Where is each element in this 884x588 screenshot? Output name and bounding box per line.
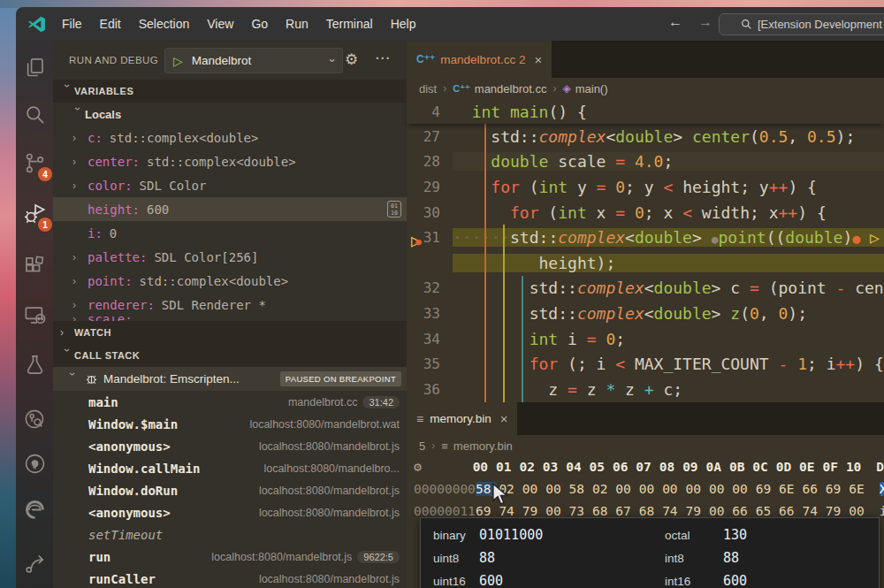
hex-byte[interactable]: 65 xyxy=(756,504,779,518)
tab-mandelbrot-cc[interactable]: C⁺⁺ mandelbrot.cc 2 × xyxy=(407,41,552,78)
line-gutter[interactable]: 29 xyxy=(407,179,453,195)
code-line[interactable]: ▷●31······std::complex<double> ●point((d… xyxy=(407,225,884,250)
menu-file[interactable]: File xyxy=(53,12,91,35)
variable-row[interactable]: ›palette:SDL_Color[256] xyxy=(53,245,407,269)
breadcrumb-file[interactable]: mandelbrot.cc xyxy=(475,82,547,95)
code-line[interactable]: 27std::complex<double> center(0.5, 0.5); xyxy=(407,124,884,149)
hex-byte[interactable]: 00 xyxy=(639,482,662,496)
hex-byte[interactable]: 68 xyxy=(639,504,662,518)
tab-memory-bin[interactable]: ≡ memory.bin × xyxy=(407,402,517,435)
view-binary-icon[interactable]: 0110 xyxy=(387,201,401,218)
variables-section-header[interactable]: › VARIABLES xyxy=(53,80,407,103)
variable-row[interactable]: ›center:std::complex<double> xyxy=(53,149,407,173)
hex-settings-gear-icon[interactable]: ⚙ xyxy=(414,459,473,475)
stack-frame-row[interactable]: <anonymous>localhost:8080/mandelbrot.js xyxy=(53,501,407,523)
close-icon[interactable]: × xyxy=(534,52,542,67)
hex-byte[interactable]: 00 xyxy=(545,504,568,518)
hex-byte[interactable]: 00 xyxy=(732,482,755,496)
line-gutter[interactable]: 35 xyxy=(407,355,453,372)
code-line[interactable]: 34int i = 0; xyxy=(407,326,884,352)
menu-edit[interactable]: Edit xyxy=(91,12,130,35)
hex-byte[interactable]: 00 xyxy=(522,482,545,496)
code-editor[interactable]: 27std::complex<double> center(0.5, 0.5);… xyxy=(407,124,884,402)
hex-byte[interactable]: 74 xyxy=(662,504,685,518)
line-gutter[interactable]: ▷●31 xyxy=(407,229,453,246)
menu-selection[interactable]: Selection xyxy=(130,12,199,35)
hex-byte[interactable]: 6E xyxy=(779,482,802,496)
hex-byte[interactable]: 58 xyxy=(569,482,592,496)
hex-byte[interactable]: 00 xyxy=(662,482,685,496)
variable-row[interactable]: height:6000110 xyxy=(53,197,407,221)
line-gutter[interactable]: 34 xyxy=(407,331,453,347)
stack-frame-row[interactable]: <anonymous>localhost:8080/mandelbrot.js xyxy=(53,435,407,457)
menu-terminal[interactable]: Terminal xyxy=(317,12,382,35)
hex-breadcrumb[interactable]: 5 › ≡ memory.bin xyxy=(407,435,884,456)
hex-byte[interactable]: 79 xyxy=(826,504,849,518)
breadcrumb-folder[interactable]: 5 xyxy=(419,439,425,453)
git-graph-search-icon[interactable] xyxy=(20,406,49,434)
menu-view[interactable]: View xyxy=(198,12,242,35)
stack-frame-row[interactable]: mainmandelbrot.cc31:42 xyxy=(53,391,407,413)
share-icon[interactable] xyxy=(20,549,49,577)
menu-run[interactable]: Run xyxy=(277,12,317,35)
code-line[interactable]: 30for (int x = 0; x < width; x++) { xyxy=(407,200,884,225)
edge-browser-icon[interactable] xyxy=(20,496,49,524)
variable-row[interactable]: ›color:SDL_Color xyxy=(53,173,407,197)
hex-byte[interactable]: 00 xyxy=(849,504,872,518)
variable-row[interactable]: ›point:std::complex<double> xyxy=(53,269,407,293)
variable-row[interactable]: i:0 xyxy=(53,221,407,245)
start-debug-icon[interactable]: ▷ xyxy=(173,54,183,68)
search-sidebar-icon[interactable] xyxy=(20,101,49,129)
hex-byte[interactable]: 00 xyxy=(709,482,732,496)
line-gutter[interactable]: 32 xyxy=(407,279,453,296)
stack-frame-row[interactable]: setTimeout xyxy=(53,523,407,546)
code-line[interactable]: 28double scale = 4.0; xyxy=(407,149,884,175)
stack-frame-row[interactable]: runlocalhost:8080/mandelbrot.js9622:5 xyxy=(53,546,407,568)
stack-frame-row[interactable]: runCallerlocalhost:8080/mandelbrot.js xyxy=(53,568,407,588)
close-icon[interactable]: × xyxy=(500,411,508,426)
hex-decoded-char[interactable]: X xyxy=(880,482,884,496)
breadcrumb-folder[interactable]: dist xyxy=(419,82,437,95)
hex-decoded-char[interactable]: i xyxy=(880,504,884,518)
variable-row[interactable]: ›renderer:SDL_Renderer * xyxy=(53,293,407,317)
hex-byte[interactable]: 66 xyxy=(802,482,825,496)
stack-frame-row[interactable]: Window.doRunlocalhost:8080/mandelbrot.js xyxy=(53,479,407,501)
gear-icon[interactable]: ⚙ xyxy=(345,50,358,69)
hex-byte[interactable]: 79 xyxy=(686,504,709,518)
extensions-icon[interactable] xyxy=(20,253,49,281)
watch-section-header[interactable]: › WATCH xyxy=(53,321,407,344)
hex-byte[interactable]: 66 xyxy=(779,504,802,518)
line-gutter[interactable]: 36 xyxy=(407,381,453,398)
source-control-icon[interactable]: 4 xyxy=(20,149,49,178)
hex-byte[interactable]: 69 xyxy=(756,482,779,496)
github-icon[interactable] xyxy=(20,450,49,478)
stack-frame-row[interactable]: Window.$mainlocalhost:8080/mandelbrot.wa… xyxy=(53,413,407,435)
debug-session-row[interactable]: › Mandelbrot: Emscripten... PAUSED ON BR… xyxy=(53,367,407,391)
code-line[interactable]: 36z = z * z + c; xyxy=(407,377,884,402)
code-line[interactable]: 35for (; i < MAX_ITER_COUNT - 1; i++) { xyxy=(407,351,884,377)
run-debug-icon[interactable]: 1 xyxy=(20,200,49,228)
breadcrumb[interactable]: dist › C⁺⁺ mandelbrot.cc › ◈ main() xyxy=(407,78,884,99)
testing-icon[interactable] xyxy=(20,351,49,379)
menu-help[interactable]: Help xyxy=(382,12,425,35)
call-stack-section-header[interactable]: › CALL STACK xyxy=(53,344,407,367)
hex-byte[interactable]: 68 xyxy=(592,504,615,518)
line-gutter[interactable]: 30 xyxy=(407,204,453,221)
hex-byte[interactable]: 00 xyxy=(686,482,709,496)
breadcrumb-file[interactable]: memory.bin xyxy=(453,439,513,453)
hex-byte[interactable]: 02 xyxy=(592,482,615,496)
code-line[interactable]: 29for (int y = 0; y < height; y++) { xyxy=(407,174,884,200)
sticky-scroll-line[interactable]: 4 int main() { xyxy=(407,99,884,124)
code-line[interactable]: height); xyxy=(407,250,884,276)
locals-scope-row[interactable]: › Locals xyxy=(53,103,407,126)
hex-byte[interactable]: 73 xyxy=(569,504,592,518)
line-gutter[interactable]: 27 xyxy=(407,128,453,145)
variable-row[interactable]: ›c:std::complex<double> xyxy=(53,126,407,149)
hex-byte[interactable]: 67 xyxy=(615,504,638,518)
line-gutter[interactable]: 28 xyxy=(407,153,453,170)
code-line[interactable]: 32std::complex<double> c = (point - cent… xyxy=(407,276,884,302)
remote-explorer-icon[interactable] xyxy=(20,302,49,330)
menu-go[interactable]: Go xyxy=(242,12,277,35)
hex-byte[interactable]: 6E xyxy=(849,482,872,496)
hex-byte[interactable]: 00 xyxy=(709,504,732,518)
